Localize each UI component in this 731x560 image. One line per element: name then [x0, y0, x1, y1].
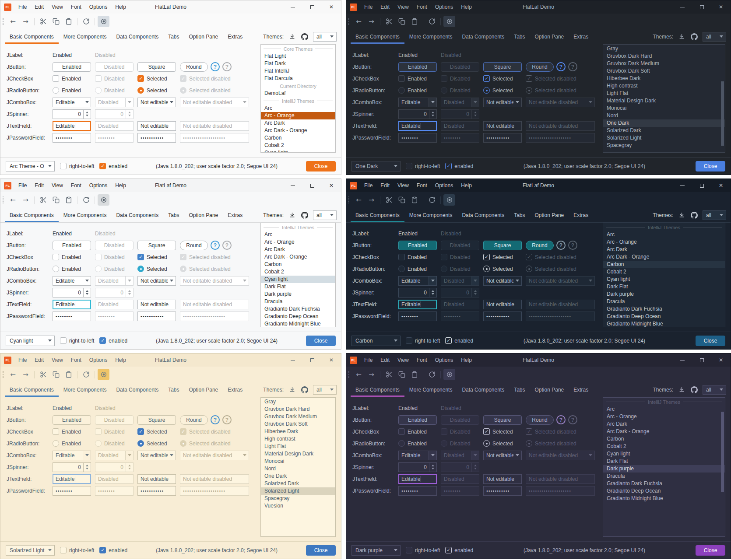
- menu-edit[interactable]: Edit: [31, 179, 48, 192]
- checkbox-icon[interactable]: [53, 75, 59, 82]
- menu-view[interactable]: View: [394, 179, 413, 192]
- jradiobutton-selected[interactable]: Selected: [137, 440, 176, 447]
- github-button[interactable]: [300, 385, 309, 394]
- theme-list-item[interactable]: Arc: [261, 231, 335, 238]
- theme-selector[interactable]: Cyan light: [6, 336, 55, 346]
- theme-list-item[interactable]: Dark Flat: [603, 458, 725, 465]
- checkbox-icon[interactable]: [398, 428, 405, 435]
- jcombobox-not-editable[interactable]: Not editable: [483, 98, 522, 107]
- jradiobutton-enabled[interactable]: Enabled: [398, 266, 437, 272]
- radio-selected-icon[interactable]: [137, 266, 144, 272]
- menu-edit[interactable]: Edit: [376, 179, 394, 192]
- close-window-button[interactable]: ✕: [711, 179, 731, 192]
- jtextfield-editable[interactable]: Editable: [53, 300, 91, 309]
- theme-list-item[interactable]: Material Design Dark: [603, 97, 725, 105]
- tab-tabs[interactable]: Tabs: [509, 208, 530, 222]
- copy-button[interactable]: [50, 369, 62, 380]
- jtextfield-editable[interactable]: Editable: [398, 121, 437, 131]
- tab-extras[interactable]: Extras: [223, 29, 247, 44]
- menu-font[interactable]: Font: [413, 354, 431, 367]
- theme-list-item[interactable]: Cyan light: [603, 276, 725, 283]
- jcheckbox-enabled[interactable]: Enabled: [53, 75, 91, 82]
- theme-list-item[interactable]: Arc: [261, 105, 335, 112]
- checkbox-checked-icon[interactable]: [445, 163, 452, 169]
- theme-list-item[interactable]: Spacegray: [603, 142, 725, 149]
- theme-list-item[interactable]: Arc - Orange: [603, 238, 725, 246]
- theme-list-item[interactable]: Gradianto Deep Ocean: [603, 313, 725, 320]
- jpasswordfield-not-editable[interactable]: •••••••••••: [483, 312, 522, 321]
- radio-selected-icon[interactable]: [483, 266, 490, 272]
- checkbox-icon[interactable]: [398, 75, 405, 82]
- jradiobutton-selected[interactable]: Selected: [483, 440, 522, 447]
- jtextfield-not-editable[interactable]: Not editable: [137, 474, 176, 484]
- theme-list-item[interactable]: Cobalt 2: [603, 443, 725, 450]
- jpasswordfield-not-editable[interactable]: •••••••••••: [137, 486, 176, 496]
- theme-list-item[interactable]: Arc Dark - Orange: [603, 253, 725, 261]
- checkbox-checked-icon[interactable]: [483, 75, 490, 82]
- tab-basic-components[interactable]: Basic Components: [351, 382, 404, 397]
- jpasswordfield-not-editable[interactable]: •••••••••••: [137, 133, 176, 143]
- theme-list-item[interactable]: High contrast: [603, 82, 725, 90]
- tab-basic-components[interactable]: Basic Components: [351, 29, 404, 44]
- theme-list-item[interactable]: Material Design Dark: [261, 450, 335, 458]
- paste-button[interactable]: [408, 16, 420, 27]
- theme-list-item[interactable]: Hiberbee Dark: [603, 75, 725, 82]
- spinner-arrows-icon[interactable]: [429, 110, 436, 119]
- back-button[interactable]: ←: [7, 369, 19, 380]
- refresh-button[interactable]: [426, 194, 438, 206]
- toolbar-grip[interactable]: [3, 196, 4, 203]
- theme-list-item[interactable]: Cobalt 2: [261, 142, 335, 149]
- back-button[interactable]: ←: [353, 369, 365, 380]
- jpasswordfield-enabled[interactable]: ••••••••: [53, 133, 91, 143]
- jradiobutton-selected[interactable]: Selected: [483, 266, 522, 272]
- checkbox-checked-icon[interactable]: [137, 254, 144, 260]
- spinner-arrows-icon[interactable]: [83, 110, 91, 119]
- cut-button[interactable]: [37, 194, 49, 206]
- enabled-checkbox[interactable]: enabled: [445, 337, 473, 344]
- theme-filter-select[interactable]: all: [703, 210, 726, 220]
- jcombobox-not-editable[interactable]: Not editable: [137, 276, 176, 286]
- back-button[interactable]: ←: [7, 16, 19, 27]
- jspinner-enabled[interactable]: 0: [398, 109, 437, 119]
- jcombobox-editable[interactable]: Editable: [53, 276, 91, 286]
- back-button[interactable]: ←: [353, 194, 365, 206]
- right-to-left-checkbox[interactable]: right-to-left: [60, 337, 94, 344]
- theme-filter-select[interactable]: all: [313, 385, 337, 395]
- theme-list-item[interactable]: Flat Darcula: [261, 75, 335, 82]
- radio-icon[interactable]: [398, 440, 405, 447]
- theme-list-item[interactable]: Solarized Light: [603, 134, 725, 142]
- theme-list-item[interactable]: Arc - Orange: [603, 413, 725, 420]
- theme-filter-select[interactable]: all: [313, 210, 337, 220]
- tab-tabs[interactable]: Tabs: [163, 208, 184, 222]
- checkbox-icon[interactable]: [398, 254, 405, 260]
- back-button[interactable]: ←: [7, 194, 19, 206]
- theme-list-item[interactable]: Solarized Dark: [603, 127, 725, 134]
- theme-list-item[interactable]: Gradianto Dark Fuchsia: [603, 480, 725, 487]
- theme-list-item[interactable]: Gradianto Deep Ocean: [603, 487, 725, 495]
- cut-button[interactable]: [383, 16, 395, 27]
- refresh-button[interactable]: [80, 16, 92, 27]
- help-button[interactable]: ?: [556, 241, 566, 250]
- jcombobox-editable[interactable]: Editable: [398, 98, 437, 107]
- theme-list-item[interactable]: One Dark: [603, 119, 725, 127]
- jcheckbox-selected[interactable]: Selected: [137, 254, 176, 260]
- checkbox-icon[interactable]: [60, 337, 67, 344]
- enabled-checkbox[interactable]: enabled: [99, 163, 127, 169]
- jspinner-enabled[interactable]: 0: [398, 462, 437, 472]
- tab-extras[interactable]: Extras: [223, 208, 247, 222]
- tab-extras[interactable]: Extras: [569, 382, 593, 397]
- theme-list-item[interactable]: Cobalt 2: [603, 268, 725, 276]
- minimize-button[interactable]: [283, 0, 302, 14]
- github-button[interactable]: [690, 32, 699, 41]
- jpasswordfield-not-editable[interactable]: •••••••••••: [137, 312, 176, 321]
- theme-list-item[interactable]: Gray: [261, 398, 335, 406]
- radio-icon[interactable]: [53, 266, 59, 272]
- theme-list-item[interactable]: Arc: [603, 231, 725, 238]
- jcombobox-editable[interactable]: Editable: [398, 276, 437, 286]
- jbutton-round[interactable]: Round: [180, 62, 208, 72]
- minimize-button[interactable]: [673, 354, 692, 367]
- theme-list-item[interactable]: Carbon: [603, 261, 725, 268]
- theme-list-item[interactable]: Carbon: [261, 261, 335, 268]
- theme-selector[interactable]: One Dark: [351, 161, 401, 172]
- menu-file[interactable]: File: [360, 179, 376, 192]
